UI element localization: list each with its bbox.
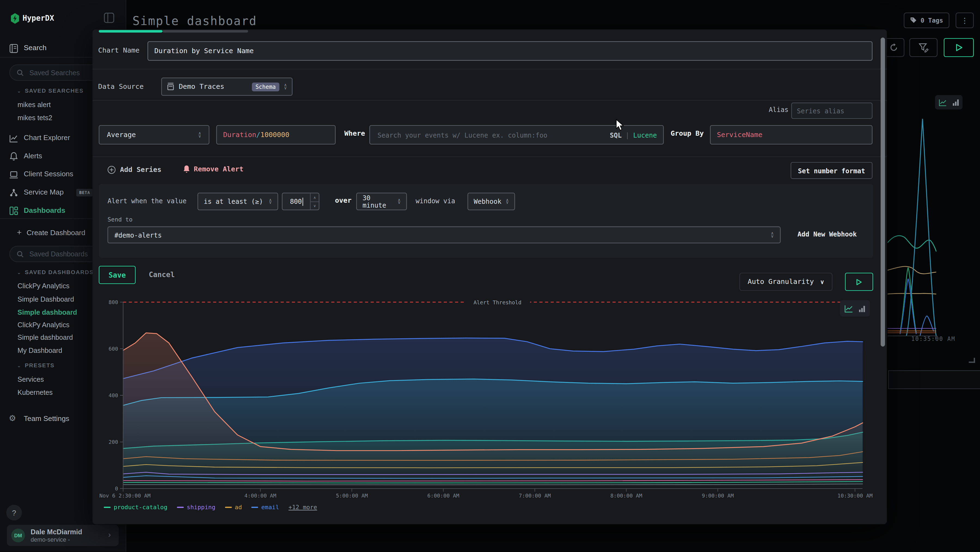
sidebar-collapse-icon[interactable] bbox=[104, 13, 115, 26]
data-source-value: Demo Traces bbox=[179, 83, 224, 91]
dashboard-list-item[interactable]: Simple Dashboard bbox=[18, 295, 74, 303]
legend-item[interactable]: shipping bbox=[177, 504, 215, 510]
chart-legend[interactable]: product-catalogshippingademail+12 more bbox=[104, 504, 317, 510]
legend-overflow[interactable]: +12 more bbox=[288, 504, 317, 510]
metric-expression-field[interactable]: Duration/1000000 bbox=[216, 125, 336, 144]
sidebar-item-dashboards[interactable]: Dashboards bbox=[24, 206, 65, 214]
alert-threshold-field[interactable]: 800 ∧ ∨ bbox=[282, 193, 319, 210]
text-caret bbox=[302, 197, 303, 206]
page-title: Simple dashboard bbox=[132, 14, 257, 28]
stepper-up-icon[interactable]: ∧ bbox=[310, 193, 319, 202]
filter-button[interactable] bbox=[910, 38, 937, 57]
alert-window-select[interactable]: 30 minute ∧∨ bbox=[356, 193, 407, 210]
search-icon bbox=[17, 69, 24, 76]
kebab-icon: ⋮ bbox=[961, 16, 969, 25]
chart-name-input[interactable] bbox=[148, 47, 872, 55]
send-to-value: #demo-alerts bbox=[115, 231, 162, 239]
resize-handle[interactable] bbox=[969, 358, 975, 363]
chart-editor-modal: Chart Name Data Source Demo Traces Schem… bbox=[92, 29, 887, 524]
send-to-select[interactable]: #demo-alerts ∧∨ bbox=[108, 227, 781, 243]
tags-button[interactable]: 0 Tags bbox=[904, 13, 950, 28]
sql-toggle[interactable]: SQL bbox=[610, 131, 622, 139]
save-label: Save bbox=[109, 271, 126, 279]
legend-item[interactable]: email bbox=[251, 504, 279, 510]
tag-icon bbox=[910, 17, 917, 24]
chevron-down-icon: ∨ bbox=[820, 279, 824, 285]
sidebar-item-client-sessions[interactable]: Client Sessions bbox=[24, 170, 73, 178]
saved-search-item[interactable]: mikes alert bbox=[18, 101, 51, 108]
modal-scrollbar[interactable] bbox=[881, 38, 885, 346]
help-button[interactable]: ? bbox=[6, 505, 22, 520]
dashboard-list-item[interactable]: Simple dashboard bbox=[18, 333, 73, 341]
legend-swatch bbox=[177, 506, 183, 508]
alert-via-label: window via bbox=[416, 197, 455, 204]
cancel-button[interactable]: Cancel bbox=[149, 270, 175, 279]
preview-run-button[interactable] bbox=[845, 273, 873, 291]
lucene-toggle[interactable]: Lucene bbox=[633, 131, 657, 139]
svg-text:0: 0 bbox=[115, 485, 118, 492]
group-by-value: ServiceName bbox=[717, 131, 762, 139]
run-query-button[interactable] bbox=[944, 38, 974, 57]
alert-condition-select[interactable]: is at least (≥) ∧∨ bbox=[197, 193, 278, 210]
sidebar-item-chart-explorer[interactable]: Chart Explorer bbox=[24, 134, 70, 141]
saved-dashboards-section[interactable]: ⌄ SAVED DASHBOARDS bbox=[17, 269, 94, 275]
alias-input[interactable] bbox=[792, 107, 872, 115]
dashboard-list-item[interactable]: ClickPy Analytics bbox=[18, 282, 69, 290]
number-stepper[interactable]: ∧ ∨ bbox=[310, 193, 319, 209]
create-dashboard-button[interactable]: + Create Dashboard bbox=[17, 228, 86, 236]
background-mini-chart bbox=[888, 106, 980, 360]
where-search-input[interactable] bbox=[376, 131, 606, 139]
svg-text:400: 400 bbox=[109, 392, 118, 399]
aggregation-select[interactable]: Average ∧∨ bbox=[99, 125, 209, 144]
chart-name-field[interactable] bbox=[148, 41, 872, 61]
dashboard-list-item[interactable]: My Dashboard bbox=[18, 346, 62, 354]
sidebar-item-search[interactable]: Search bbox=[24, 44, 46, 51]
legend-label: email bbox=[261, 504, 279, 510]
sidebar-item-service-map[interactable]: Service Map bbox=[24, 188, 64, 196]
user-card[interactable]: DM Dale McDiarmid demo-service - › bbox=[7, 525, 119, 546]
preset-item[interactable]: Services bbox=[18, 375, 44, 383]
bell-filled-icon bbox=[183, 165, 190, 173]
legend-item[interactable]: product-catalog bbox=[104, 504, 167, 510]
dashboard-list-item[interactable]: ClickPy Analytics bbox=[18, 321, 69, 329]
tags-label: 0 Tags bbox=[921, 17, 943, 24]
set-number-format-button[interactable]: Set number format bbox=[791, 162, 872, 179]
hyperdx-logo-icon bbox=[11, 13, 19, 26]
dashboard-list-item-active[interactable]: Simple dashboard bbox=[18, 308, 77, 316]
user-subtitle: demo-service - bbox=[31, 536, 70, 543]
line-chart-icon bbox=[939, 99, 947, 106]
data-source-select[interactable]: Demo Traces Schema ∧∨ bbox=[161, 78, 293, 96]
legend-label: product-catalog bbox=[114, 504, 167, 510]
app-viewport: HyperDX Search ⌄ SAVED SEARCHES mikes al… bbox=[0, 0, 980, 552]
stepper-down-icon[interactable]: ∨ bbox=[310, 202, 319, 209]
chevron-right-icon: › bbox=[108, 530, 111, 539]
sidebar-item-team-settings[interactable]: Team Settings bbox=[24, 415, 69, 422]
svg-text:600: 600 bbox=[109, 346, 118, 352]
remove-alert-label: Remove Alert bbox=[194, 165, 243, 173]
alias-field[interactable] bbox=[791, 103, 872, 119]
add-series-button[interactable]: Add Series bbox=[108, 166, 161, 174]
save-button[interactable]: Save bbox=[99, 266, 135, 284]
saved-search-item[interactable]: mikes tets2 bbox=[18, 114, 52, 121]
saved-searches-input[interactable] bbox=[28, 68, 93, 77]
kebab-menu-button[interactable]: ⋮ bbox=[956, 13, 974, 28]
legend-swatch bbox=[104, 506, 111, 508]
legend-label: ad bbox=[235, 504, 242, 510]
group-by-field[interactable]: ServiceName bbox=[710, 125, 872, 144]
section-header: SAVED SEARCHES bbox=[25, 88, 84, 94]
legend-label: shipping bbox=[187, 504, 215, 510]
sidebar-item-alerts[interactable]: Alerts bbox=[24, 152, 42, 160]
alert-channel-select[interactable]: Webhook ∧∨ bbox=[468, 193, 515, 210]
legend-item[interactable]: ad bbox=[225, 504, 242, 510]
presets-section[interactable]: ⌄ PRESETS bbox=[17, 362, 55, 369]
remove-alert-button[interactable]: Remove Alert bbox=[183, 165, 243, 173]
granularity-select[interactable]: Auto Granularity ∨ bbox=[739, 273, 832, 291]
saved-searches-section[interactable]: ⌄ SAVED SEARCHES bbox=[17, 88, 84, 94]
chart-line-icon bbox=[9, 134, 18, 145]
saved-dashboards-input[interactable] bbox=[28, 250, 93, 258]
legend-item[interactable]: +12 more bbox=[288, 504, 317, 510]
add-new-webhook-button[interactable]: Add New Webhook bbox=[798, 230, 857, 238]
chart-type-toggle[interactable] bbox=[840, 300, 870, 317]
select-chevrons-icon: ∧∨ bbox=[398, 199, 401, 204]
preset-item[interactable]: Kubernetes bbox=[18, 389, 52, 396]
